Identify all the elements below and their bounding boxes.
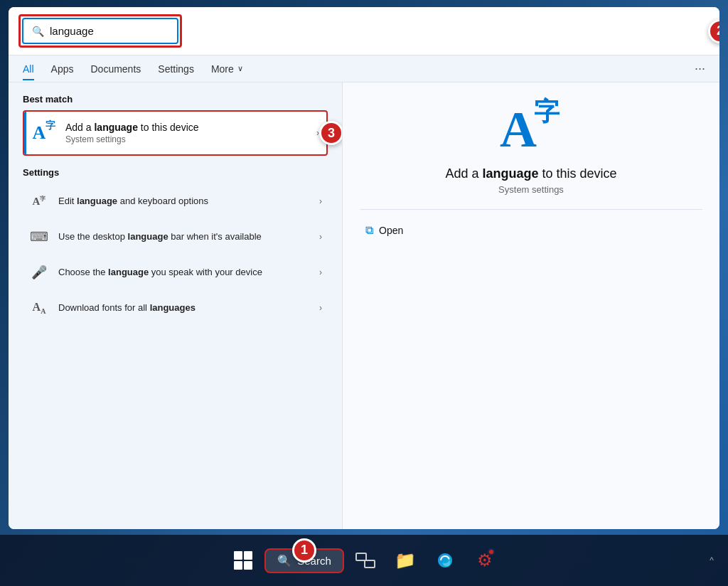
- tab-apps[interactable]: Apps: [51, 63, 74, 80]
- keyboard-icon: ⌨: [28, 226, 50, 247]
- search-input-box[interactable]: 🔍 language: [22, 18, 178, 44]
- settings-item-text-1: Edit language and keyboard options: [58, 195, 319, 208]
- start-button[interactable]: [225, 545, 262, 576]
- search-taskbar-icon: 🔍: [277, 554, 291, 568]
- edge-button[interactable]: [427, 545, 464, 576]
- search-input-text[interactable]: language: [50, 25, 94, 37]
- chevron-up-icon[interactable]: ^: [710, 555, 714, 565]
- search-taskbar-container: 1 🔍 Search: [264, 548, 344, 573]
- best-match-title: Add a language to this device: [65, 122, 199, 133]
- task-view-icon: [354, 549, 377, 572]
- content-area: Best match A字 Add a language to this dev…: [9, 82, 719, 529]
- best-match-icon-box: A字: [31, 120, 57, 146]
- chevron-right-icon: ›: [319, 232, 322, 242]
- step3-container: A字 Add a language to this device System …: [23, 110, 328, 156]
- nav-tabs: All Apps Documents Settings More ∨ ···: [9, 55, 719, 82]
- settings-item-text-3: Choose the language you speak with your …: [58, 266, 319, 279]
- best-match-item[interactable]: A字 Add a language to this device System …: [23, 110, 328, 156]
- chevron-right-icon: ›: [319, 196, 322, 206]
- windows-logo-icon: [232, 549, 255, 572]
- open-button[interactable]: ⧉ Open: [360, 221, 409, 240]
- step-badge-2: 2: [708, 19, 719, 43]
- list-item[interactable]: A字 Edit language and keyboard options ›: [23, 183, 328, 219]
- step-badge-1: 1: [292, 538, 316, 563]
- fonts-icon: AA: [28, 297, 50, 319]
- step-badge-3: 3: [319, 121, 343, 145]
- list-item[interactable]: 🎤 Choose the language you speak with you…: [23, 255, 328, 290]
- chevron-right-icon: ›: [319, 267, 322, 277]
- tab-all[interactable]: All: [23, 63, 34, 80]
- left-panel: Best match A字 Add a language to this dev…: [9, 82, 343, 529]
- settings-item-text-2: Use the desktop language bar when it's a…: [58, 230, 319, 243]
- more-options-icon[interactable]: ···: [695, 61, 705, 82]
- search-icon: 🔍: [32, 26, 44, 37]
- best-match-subtitle: System settings: [65, 134, 199, 144]
- taskbar-right-area: ^: [710, 555, 714, 565]
- right-panel-title: Add a language to this device: [445, 166, 616, 181]
- list-item[interactable]: AA Download fonts for all languages ›: [23, 290, 328, 326]
- search-bar-container: 🔍 language 2: [9, 7, 719, 55]
- language-icon: A字: [33, 122, 56, 144]
- search-input-outline: 🔍 language: [18, 14, 182, 48]
- best-match-text: Add a language to this device System set…: [65, 122, 199, 144]
- tab-documents[interactable]: Documents: [90, 63, 141, 80]
- list-item[interactable]: ⌨ Use the desktop language bar when it's…: [23, 219, 328, 255]
- edge-icon: [434, 549, 456, 572]
- settings-item-text-4: Download fonts for all languages: [58, 302, 319, 314]
- tab-more[interactable]: More ∨: [211, 63, 243, 80]
- lang-edit-icon: A字: [28, 191, 50, 212]
- file-explorer-button[interactable]: 📁: [387, 545, 424, 576]
- best-match-label: Best match: [23, 94, 328, 105]
- chevron-down-icon: ∨: [237, 64, 243, 73]
- right-panel-subtitle: System settings: [498, 184, 564, 195]
- settings-list: A字 Edit language and keyboard options › …: [23, 183, 328, 326]
- open-label: Open: [379, 225, 403, 236]
- folder-icon: 📁: [394, 549, 417, 572]
- tab-settings[interactable]: Settings: [158, 63, 194, 80]
- task-view-button[interactable]: [347, 545, 384, 576]
- settings-section-label: Settings: [23, 167, 328, 178]
- right-panel-lang-icon: A字: [500, 104, 562, 155]
- media-icon: ⚙: [473, 549, 496, 572]
- media-app-button[interactable]: ⚙: [466, 545, 503, 576]
- taskbar: 1 🔍 Search 📁: [0, 535, 728, 586]
- open-icon: ⧉: [365, 224, 373, 237]
- right-panel: A字 Add a language to this device System …: [343, 82, 719, 529]
- right-panel-divider: [360, 209, 702, 210]
- chevron-right-icon: ›: [319, 303, 322, 313]
- microphone-icon: 🎤: [28, 262, 50, 283]
- search-panel: 🔍 language 2 All Apps Documents Settings…: [9, 7, 719, 529]
